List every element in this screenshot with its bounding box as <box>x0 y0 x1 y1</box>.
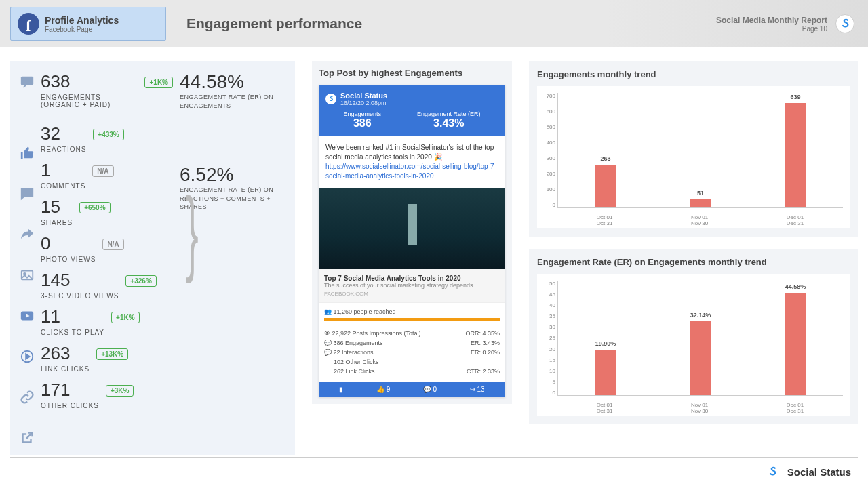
chart-engagements-trend: Engagements monthly trend 70060050040030… <box>529 61 858 237</box>
reactions-value: 32 <box>41 123 86 144</box>
profile-title: Profile Analytics <box>45 15 119 26</box>
link-icon <box>20 390 35 405</box>
clicks-play-value: 11 <box>41 306 104 327</box>
profile-subtitle: Facebook Page <box>45 26 119 33</box>
post-brand-icon <box>326 94 336 104</box>
video-icon <box>20 308 35 323</box>
top-post-card: Top Post by highest Engagements Social S… <box>312 61 512 404</box>
chart-bar: 51 <box>690 199 711 207</box>
photo-views-value: 0 <box>41 233 96 254</box>
engagements-change: +1K% <box>144 77 173 88</box>
fb-foot-icon: ▮ <box>339 386 343 393</box>
post-link[interactable]: https://www.socialsellinator.com/social-… <box>326 163 496 180</box>
chart-bar: 639 <box>785 103 806 207</box>
chart-bar: 44.58% <box>785 293 806 395</box>
metrics-panel: } 638ENGAGEMENTS (ORGANIC + PAID)+1K% 32… <box>10 61 295 455</box>
page-title: Engagement performance <box>186 16 362 32</box>
external-icon <box>20 430 35 445</box>
top-bar: f Profile Analytics Facebook Page Engage… <box>0 0 868 47</box>
svg-rect-0 <box>21 77 33 85</box>
thumbs-up-icon <box>20 146 35 161</box>
chart-bar: 263 <box>595 165 616 207</box>
chart-bar: 32.14% <box>690 321 711 395</box>
reach-bar <box>324 318 500 321</box>
play-icon <box>20 349 35 364</box>
brand-logo-icon <box>835 14 854 33</box>
er-engagements-value: 44.58% <box>180 71 288 93</box>
post-image <box>319 188 505 269</box>
share-icon <box>20 227 35 242</box>
link-clicks-value: 263 <box>41 343 90 364</box>
comment-icon <box>20 186 35 201</box>
facebook-icon: f <box>18 13 39 35</box>
footer-brand: Social Status <box>755 462 851 481</box>
chart-bar: 19.90% <box>595 350 616 395</box>
brace-icon: } <box>186 176 199 286</box>
shares-value: 15 <box>41 197 73 218</box>
photo-icon <box>20 268 35 283</box>
video-views-value: 145 <box>41 270 119 291</box>
other-clicks-value: 171 <box>41 380 99 401</box>
comments-value: 1 <box>41 160 85 181</box>
engagements-value: 638 <box>41 71 138 92</box>
chart-er-trend: Engagement Rate (ER) on Engagements mont… <box>529 249 858 424</box>
chat-icon <box>20 74 35 89</box>
profile-badge: f Profile Analytics Facebook Page <box>10 7 166 41</box>
report-meta: Social Media Monthly Report Page 10 <box>716 16 827 33</box>
